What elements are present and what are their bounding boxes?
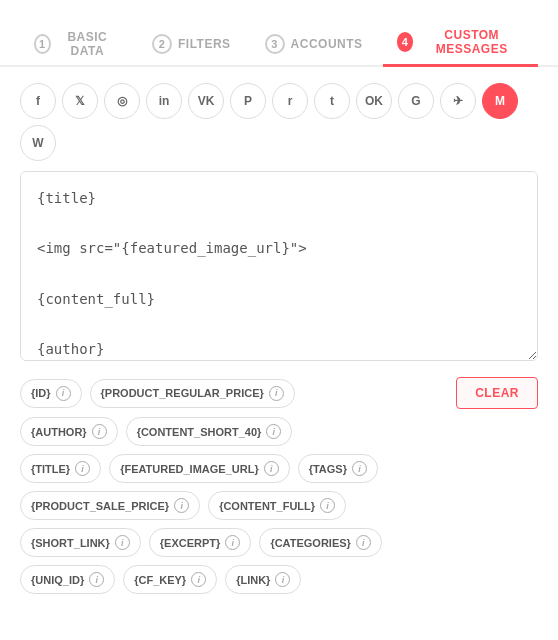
info-icon[interactable]: i — [225, 535, 240, 550]
tag-pill-short_link[interactable]: {SHORT_LINK}i — [20, 528, 141, 557]
google-icon-btn[interactable]: G — [398, 83, 434, 119]
tag-pill-excerpt[interactable]: {EXCERPT}i — [149, 528, 252, 557]
tag-pill-content_full[interactable]: {CONTENT_FULL}i — [208, 491, 346, 520]
reddit-icon-btn[interactable]: r — [272, 83, 308, 119]
tag-row-4: {SHORT_LINK}i{EXCERPT}i{CATEGORIES}i — [20, 528, 538, 557]
tab-filters[interactable]: 2FILTERS — [138, 26, 245, 62]
info-icon[interactable]: i — [191, 572, 206, 587]
tab-custom-messages[interactable]: 4CUSTOM MESSAGES — [383, 20, 538, 67]
tag-pill-featured_image_url[interactable]: {FEATURED_IMAGE_URL}i — [109, 454, 290, 483]
medium-icon-btn[interactable]: M — [482, 83, 518, 119]
facebook-icon-btn[interactable]: f — [20, 83, 56, 119]
info-icon[interactable]: i — [275, 572, 290, 587]
info-icon[interactable]: i — [320, 498, 335, 513]
clear-button[interactable]: CLEAR — [456, 377, 538, 409]
tag-row-3: {PRODUCT_SALE_PRICE}i{CONTENT_FULL}i — [20, 491, 538, 520]
message-editor[interactable] — [20, 171, 538, 361]
wordpress-icon-btn[interactable]: W — [20, 125, 56, 161]
tag-pill-content_short_40[interactable]: {CONTENT_SHORT_40}i — [126, 417, 293, 446]
info-icon[interactable]: i — [266, 424, 281, 439]
info-icon[interactable]: i — [174, 498, 189, 513]
info-icon[interactable]: i — [56, 386, 71, 401]
info-icon[interactable]: i — [269, 386, 284, 401]
editor-wrap — [0, 171, 558, 365]
tag-pill-tags[interactable]: {TAGS}i — [298, 454, 378, 483]
tag-pill-product_sale_price[interactable]: {PRODUCT_SALE_PRICE}i — [20, 491, 200, 520]
info-icon[interactable]: i — [115, 535, 130, 550]
social-icons-row: f𝕏◎inVKPrtOKG✈MW — [0, 67, 558, 171]
tag-pill-id[interactable]: {ID}i — [20, 379, 82, 408]
tab-basic-data[interactable]: 1BASIC DATA — [20, 22, 132, 66]
tabs-nav: 1BASIC DATA2FILTERS3ACCOUNTS4CUSTOM MESS… — [0, 0, 558, 67]
info-icon[interactable]: i — [92, 424, 107, 439]
twitter-icon-btn[interactable]: 𝕏 — [62, 83, 98, 119]
tag-pill-title[interactable]: {TITLE}i — [20, 454, 101, 483]
info-icon[interactable]: i — [75, 461, 90, 476]
info-icon[interactable]: i — [352, 461, 367, 476]
tags-section: {ID}i{PRODUCT_REGULAR_PRICE}iCLEAR{AUTHO… — [0, 365, 558, 594]
vk-icon-btn[interactable]: VK — [188, 83, 224, 119]
tag-row-0: {ID}i{PRODUCT_REGULAR_PRICE}iCLEAR — [20, 377, 538, 409]
telegram-icon-btn[interactable]: ✈ — [440, 83, 476, 119]
tag-pill-author[interactable]: {AUTHOR}i — [20, 417, 118, 446]
instagram-icon-btn[interactable]: ◎ — [104, 83, 140, 119]
tag-pill-link[interactable]: {LINK}i — [225, 565, 301, 594]
ok-icon-btn[interactable]: OK — [356, 83, 392, 119]
tag-row-5: {UNIQ_ID}i{CF_KEY}i{LINK}i — [20, 565, 538, 594]
tag-pill-uniq_id[interactable]: {UNIQ_ID}i — [20, 565, 115, 594]
tag-pill-product_regular_price[interactable]: {PRODUCT_REGULAR_PRICE}i — [90, 379, 295, 408]
info-icon[interactable]: i — [89, 572, 104, 587]
tag-row-2: {TITLE}i{FEATURED_IMAGE_URL}i{TAGS}i — [20, 454, 538, 483]
tag-pill-categories[interactable]: {CATEGORIES}i — [259, 528, 381, 557]
tag-pill-cf_key[interactable]: {CF_KEY}i — [123, 565, 217, 594]
linkedin-icon-btn[interactable]: in — [146, 83, 182, 119]
tab-accounts[interactable]: 3ACCOUNTS — [251, 26, 377, 62]
tumblr-icon-btn[interactable]: t — [314, 83, 350, 119]
tag-row-1: {AUTHOR}i{CONTENT_SHORT_40}i — [20, 417, 538, 446]
pinterest-icon-btn[interactable]: P — [230, 83, 266, 119]
info-icon[interactable]: i — [356, 535, 371, 550]
info-icon[interactable]: i — [264, 461, 279, 476]
